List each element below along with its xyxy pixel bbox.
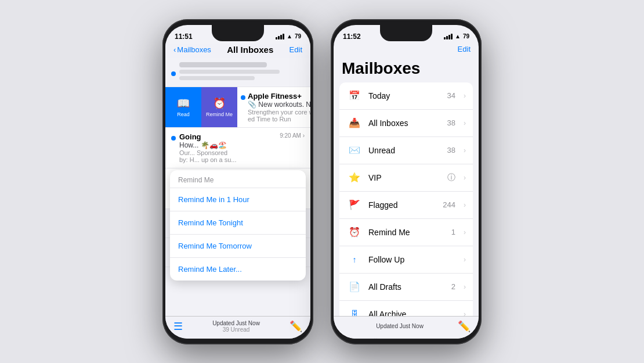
email-preview-going-2: by: H... up on a su... — [179, 156, 305, 163]
blur-line-1 — [179, 62, 267, 67]
all-inboxes-icon: 📥 — [346, 115, 363, 131]
remind-label: Remind Me — [206, 112, 233, 117]
mailbox-today[interactable]: 📅 Today 34 › — [339, 82, 473, 110]
chevron-left-icon: ‹ — [173, 45, 176, 54]
flagged-count: 244 — [443, 200, 455, 209]
status-icons-1: ▲ 79 — [276, 33, 301, 39]
time-2: 11:52 — [343, 33, 361, 41]
email-fitness-row[interactable]: 📖 Read ⏰ Remind Me Apple Fit — [165, 87, 310, 128]
back-button-1[interactable]: ‹ Mailboxes — [173, 45, 211, 54]
filter-icon[interactable]: ☰ — [173, 320, 183, 333]
email-subject-going: How... 🌴🚗🏖️ — [179, 141, 305, 149]
nav-bar-1: ‹ Mailboxes All Inboxes Edit — [165, 44, 310, 58]
blurred-email-1[interactable] — [165, 58, 310, 87]
nav-title-1: All Inboxes — [227, 45, 273, 55]
flagged-icon: 🚩 — [346, 197, 363, 213]
follow-up-icon: ↑ — [346, 251, 363, 268]
notch-2 — [380, 25, 432, 41]
remind-tonight-option[interactable]: Remind Me Tonight — [170, 211, 306, 235]
vip-label: VIP — [368, 173, 442, 182]
bar3-2 — [448, 35, 450, 39]
email-preview-fitness-2: ed Time to Run — [248, 116, 310, 123]
remind-later-option[interactable]: Remind Me Later... — [170, 258, 306, 267]
read-icon: 📖 — [177, 97, 190, 110]
updated-text-2: Updated Just Now — [376, 323, 424, 329]
follow-up-label: Follow Up — [368, 255, 458, 264]
compose-icon[interactable]: ✏️ — [290, 320, 302, 333]
mailbox-follow-up[interactable]: ↑ Follow Up › — [339, 246, 473, 274]
mailboxes-title: Mailboxes — [334, 57, 479, 82]
vip-info-icon: ⓘ — [447, 172, 455, 183]
unread-dot-fitness — [241, 95, 245, 100]
edit-button-1[interactable]: Edit — [290, 45, 302, 54]
battery-icon-1: 79 — [295, 33, 301, 39]
mailbox-flagged[interactable]: 🚩 Flagged 244 › — [339, 192, 473, 219]
email-fitness-content: Apple Fitness+ 📎 New workouts. New inten… — [237, 87, 310, 127]
mailbox-all-drafts[interactable]: 📄 All Drafts 2 › — [339, 274, 473, 301]
all-inboxes-label: All Inboxes — [368, 118, 442, 128]
remind-me-action-button[interactable]: ⏰ Remind Me — [201, 87, 237, 127]
notch-1 — [212, 25, 264, 41]
main-mailbox-section: 📅 Today 34 › 📥 All Inboxes 38 › ✉️ Unrea… — [339, 82, 473, 339]
remind-popup: Remind Me Remind Me in 1 Hour Remind Me … — [170, 170, 306, 267]
bar2-2 — [446, 36, 448, 39]
remind-tomorrow-option[interactable]: Remind Me Tomorrow — [170, 235, 306, 258]
bar1 — [276, 37, 277, 39]
all-inboxes-chevron: › — [464, 119, 466, 127]
email-fitness-details: Apple Fitness+ 📎 New workouts. New inten… — [248, 92, 310, 123]
email-sender-fitness: Apple Fitness+ — [248, 92, 302, 100]
mailbox-vip[interactable]: ⭐ VIP ⓘ › — [339, 164, 473, 192]
bottom-bar-2: Updated Just Now ✏️ — [334, 316, 479, 339]
status-icons-2: ▲ 79 — [444, 33, 469, 39]
remind-popup-header: Remind Me — [170, 170, 306, 188]
mailbox-remind-me[interactable]: ⏰ Remind Me 1 › — [339, 219, 473, 246]
mailboxes-nav: Edit — [334, 44, 479, 57]
phone-2: 11:52 ▲ 79 Edit Mailboxes — [331, 19, 482, 344]
read-action-button[interactable]: 📖 Read — [165, 87, 201, 127]
phone-1: 11:51 ▲ 79 ‹ Mailboxes — [162, 19, 313, 344]
unread-chevron: › — [464, 146, 466, 154]
remind-me-chevron: › — [464, 228, 466, 236]
mailbox-all-inboxes[interactable]: 📥 All Inboxes 38 › — [339, 110, 473, 137]
bottom-bar-1: ☰ Updated Just Now 39 Unread ✏️ — [165, 316, 310, 339]
bar2 — [278, 36, 280, 39]
vip-chevron: › — [464, 174, 466, 182]
bar1-2 — [444, 37, 446, 39]
blur-line-3 — [179, 76, 255, 80]
battery-icon-2: 79 — [463, 33, 469, 39]
unread-label: Unread — [368, 146, 442, 155]
email-list: 📖 Read ⏰ Remind Me Apple Fit — [165, 58, 310, 267]
email-time-going: 9:20 AM › — [280, 132, 305, 141]
email-preview-fitness: Strengthen your core with a ne — [248, 109, 310, 116]
edit-button-2[interactable]: Edit — [458, 45, 471, 53]
bar4 — [283, 34, 284, 39]
vip-icon: ⭐ — [346, 170, 363, 186]
flagged-label: Flagged — [368, 200, 437, 210]
email-subject-fitness: 📎 New workouts. New intenti — [248, 100, 310, 109]
unread-count-1: 39 Unread — [212, 326, 260, 333]
unread-icon: ✉️ — [346, 142, 363, 159]
today-label: Today — [368, 91, 442, 100]
phones-container: 11:51 ▲ 79 ‹ Mailboxes — [162, 19, 482, 344]
remind-1-hour-option[interactable]: Remind Me in 1 Hour — [170, 188, 306, 211]
all-drafts-chevron: › — [464, 283, 466, 291]
mailbox-unread[interactable]: ✉️ Unread 38 › — [339, 137, 473, 164]
follow-up-chevron: › — [464, 256, 466, 264]
back-label-1: Mailboxes — [177, 45, 211, 54]
read-label: Read — [177, 112, 190, 117]
unread-dot — [171, 71, 176, 76]
time-1: 11:51 — [175, 33, 193, 41]
unread-count: 38 — [447, 146, 455, 154]
all-drafts-icon: 📄 — [346, 279, 363, 295]
signal-bars-2 — [444, 34, 453, 39]
email-going[interactable]: Going 9:20 AM › How... 🌴🚗🏖️ Our... Spons… — [165, 128, 310, 168]
wifi-icon-2: ▲ — [455, 33, 461, 39]
compose-icon-2[interactable]: ✏️ — [458, 320, 471, 333]
bottom-center-2: Updated Just Now — [376, 323, 424, 329]
bar3 — [280, 35, 282, 39]
today-count: 34 — [447, 91, 455, 100]
bottom-center-1: Updated Just Now 39 Unread — [212, 320, 260, 333]
signal-bars-1 — [276, 34, 284, 39]
swipe-actions: 📖 Read ⏰ Remind Me — [165, 87, 237, 127]
today-chevron: › — [464, 92, 466, 100]
